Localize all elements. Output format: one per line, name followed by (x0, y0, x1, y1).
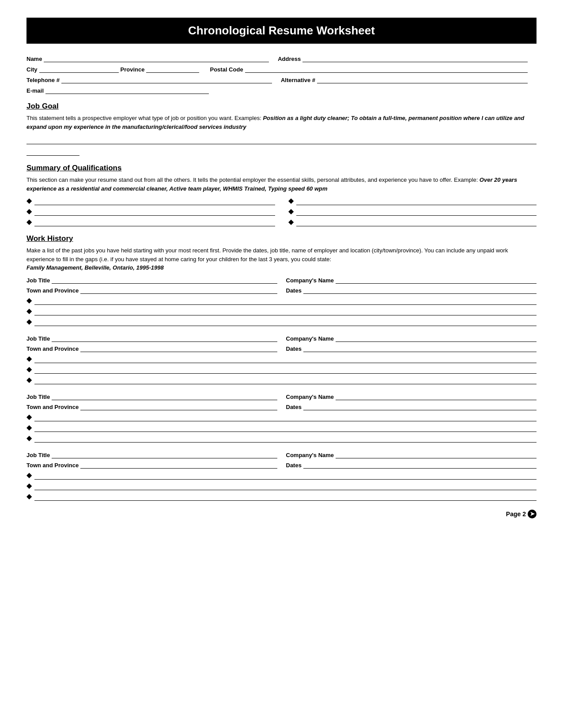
town-label-4: Town and Province (26, 462, 79, 469)
job-title-label-1: Job Title (26, 277, 50, 284)
summary-bullets: ◆ ◆ ◆ ◆ ◆ ◆ (26, 196, 537, 226)
name-line[interactable] (44, 54, 269, 62)
page-label: Page 2 (506, 510, 526, 518)
job-bullet-4-1: ◆ (26, 471, 537, 480)
summary-bullet-line-2[interactable] (34, 207, 275, 216)
job-entry-2: Job Title Company's Name Town and Provin… (26, 334, 537, 384)
summary-bullet-line-6[interactable] (296, 218, 537, 226)
town-line-1[interactable] (80, 286, 277, 294)
job-title-line-1[interactable] (52, 276, 277, 284)
job-bullet-line-3-3[interactable] (34, 434, 537, 443)
telephone-label: Telephone # (26, 77, 60, 83)
bullet-icon-6: ◆ (288, 218, 294, 225)
job-bullet-1-2: ◆ (26, 307, 537, 315)
job-bullet-2-1: ◆ (26, 354, 537, 363)
company-line-1[interactable] (336, 276, 537, 284)
job-bullet-3-2: ◆ (26, 423, 537, 432)
dates-line-1[interactable] (303, 286, 537, 294)
job-title-row-3: Job Title Company's Name (26, 392, 537, 400)
city-label: City (26, 66, 38, 73)
job-bullet-icon-3-3: ◆ (26, 435, 32, 442)
dates-line-2[interactable] (303, 344, 537, 352)
job-bullet-icon-3-1: ◆ (26, 413, 32, 420)
summary-bullet-line-5[interactable] (296, 207, 537, 216)
telephone-line[interactable] (61, 75, 272, 83)
job-bullet-line-4-3[interactable] (34, 492, 537, 501)
job-title-field-2: Job Title (26, 334, 277, 342)
job-bullet-icon-1-1: ◆ (26, 297, 32, 304)
summary-bullet-line-4[interactable] (296, 196, 537, 205)
name-label: Name (26, 56, 42, 62)
job-bullet-4-3: ◆ (26, 492, 537, 501)
job-entry-1: Job Title Company's Name Town and Provin… (26, 276, 537, 326)
job-bullet-line-3-1[interactable] (34, 413, 537, 421)
province-line[interactable] (146, 65, 199, 73)
summary-body-text: This section can make your resume stand … (26, 176, 480, 183)
job-title-line-4[interactable] (52, 450, 277, 458)
summary-bullet-5: ◆ (288, 207, 537, 216)
town-label-2: Town and Province (26, 345, 79, 352)
job-bullet-icon-1-3: ◆ (26, 318, 32, 325)
work-history-title: Work History (26, 234, 537, 243)
page-number-circle: ➤ (528, 510, 537, 518)
summary-body: This section can make your resume stand … (26, 176, 537, 193)
job-title-line-3[interactable] (52, 392, 277, 400)
address-line[interactable] (302, 54, 528, 62)
job-title-line-2[interactable] (52, 334, 277, 342)
job-bullet-line-4-1[interactable] (34, 471, 537, 480)
email-line[interactable] (45, 86, 209, 94)
page-footer: Page 2 ➤ (26, 510, 537, 518)
postal-code-line[interactable] (245, 65, 528, 73)
summary-bullet-line-3[interactable] (34, 218, 275, 226)
job-goal-line1[interactable] (26, 135, 537, 144)
province-label: Province (121, 66, 145, 73)
town-field-3: Town and Province (26, 402, 277, 410)
job-bullet-line-4-2[interactable] (34, 481, 537, 490)
dates-label-4: Dates (286, 462, 302, 469)
job-bullet-line-1-3[interactable] (34, 317, 537, 326)
company-line-3[interactable] (336, 392, 537, 400)
job-bullet-icon-2-1: ◆ (26, 355, 32, 362)
job-bullet-4-2: ◆ (26, 481, 537, 490)
city-line[interactable] (39, 65, 119, 73)
summary-bullet-3: ◆ (26, 218, 275, 226)
town-field-2: Town and Province (26, 344, 277, 352)
town-dates-row-3: Town and Province Dates (26, 402, 537, 410)
job-entry-3: Job Title Company's Name Town and Provin… (26, 392, 537, 443)
job-bullet-line-2-3[interactable] (34, 375, 537, 384)
summary-bullet-1: ◆ (26, 196, 275, 205)
personal-info: Name Address City Province Postal Code T… (26, 54, 537, 94)
job-bullet-line-2-1[interactable] (34, 354, 537, 363)
summary-bullet-line-1[interactable] (34, 196, 275, 205)
town-line-2[interactable] (80, 344, 277, 352)
job-bullet-3-1: ◆ (26, 413, 537, 421)
job-bullet-line-3-2[interactable] (34, 423, 537, 432)
job-bullet-icon-2-2: ◆ (26, 366, 32, 373)
company-line-4[interactable] (336, 450, 537, 458)
company-label-1: Company's Name (286, 277, 334, 284)
job-bullet-icon-1-2: ◆ (26, 308, 32, 315)
job-title-row-1: Job Title Company's Name (26, 276, 537, 284)
bullet-icon-4: ◆ (288, 197, 294, 204)
company-field-1: Company's Name (286, 276, 537, 284)
job-goal-section: Job Goal This statement tells a prospect… (26, 102, 537, 156)
dates-field-3: Dates (286, 402, 537, 410)
company-line-2[interactable] (336, 334, 537, 342)
town-field-4: Town and Province (26, 461, 277, 469)
job-goal-line2[interactable] (26, 146, 79, 156)
job-bullet-1-1: ◆ (26, 296, 537, 305)
dates-line-3[interactable] (303, 402, 537, 410)
bullet-icon-2: ◆ (26, 208, 32, 215)
alternative-line[interactable] (317, 75, 528, 83)
bullet-icon-1: ◆ (26, 197, 32, 204)
town-label-1: Town and Province (26, 287, 79, 294)
job-bullet-line-2-2[interactable] (34, 365, 537, 374)
company-label-2: Company's Name (286, 335, 334, 342)
job-bullet-line-1-1[interactable] (34, 296, 537, 305)
job-bullet-line-1-2[interactable] (34, 307, 537, 315)
job-bullet-1-3: ◆ (26, 317, 537, 326)
dates-line-4[interactable] (303, 461, 537, 469)
town-line-3[interactable] (80, 402, 277, 410)
town-line-4[interactable] (80, 461, 277, 469)
page-title: Chronological Resume Worksheet (26, 18, 537, 44)
